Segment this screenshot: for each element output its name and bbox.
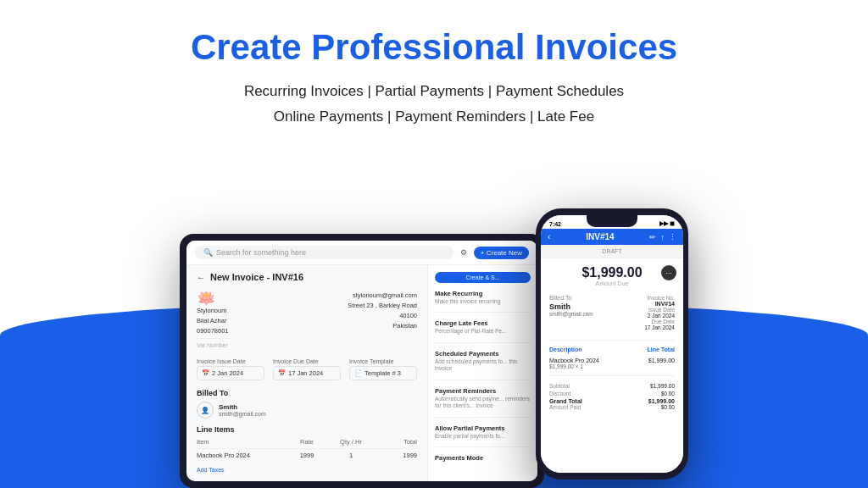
- more-button[interactable]: ···: [661, 265, 676, 280]
- late-fees-desc: Percentage or Flat-Rate Fe...: [435, 328, 531, 335]
- company-info-right: stylorioum@gmail.com Street 23 , Barkley…: [348, 291, 417, 350]
- add-taxes-link[interactable]: Add Taxes: [197, 467, 417, 473]
- back-arrow-icon[interactable]: ←: [197, 273, 205, 282]
- billed-to-row: Billed To Smith smith@gmail.com Invoice …: [549, 295, 675, 330]
- line-item-rate: 1999: [285, 452, 329, 459]
- amount-paid-value: $0.00: [661, 404, 675, 410]
- phone-client-email: smith@gmail.com: [549, 311, 593, 317]
- search-placeholder: Search for something here: [216, 248, 306, 257]
- scheduled-title: Scheduled Payments: [435, 350, 531, 358]
- line-item-total: 1999: [373, 452, 417, 459]
- inv-no-label: Invoice No.: [644, 295, 675, 301]
- inv-no-value: INV#14: [644, 301, 675, 307]
- tablet-content: ← New Invoice - INV#16 🪷 Stylorioum Bila…: [186, 265, 537, 481]
- recurring-title: Make Recurring: [435, 290, 531, 297]
- calendar-icon: 📅: [202, 369, 209, 377]
- col-qty: Qty / Hr: [329, 438, 373, 446]
- reminders-desc: Automatically send payme... reminders fo…: [435, 396, 531, 410]
- hero-subtitle-2: Online Payments | Payment Reminders | La…: [17, 108, 851, 125]
- tablet-mockup: 🔍 Search for something here ⚙ + Create N…: [180, 234, 544, 488]
- subtotal-value: $1,999.00: [650, 383, 675, 389]
- phone-item-name: Macbook Pro 2024 $1,999.00 × 1: [549, 358, 599, 369]
- company-logo: 🪷: [197, 291, 229, 306]
- hero-section: Create Professional Invoices Recurring I…: [0, 0, 868, 125]
- scheduled-desc: Add scheduled payments fo... this invoic…: [435, 358, 531, 373]
- desc-col-label: Description: [549, 347, 582, 352]
- more-icon[interactable]: ⋮: [669, 233, 676, 241]
- client-email: smith@gmail.com: [219, 411, 266, 417]
- issue-date-label-phone: Issue Date: [644, 307, 675, 313]
- discount-value: $0.00: [661, 391, 675, 396]
- billed-to-label: Billed To: [197, 389, 417, 397]
- gear-icon[interactable]: ⚙: [460, 248, 467, 257]
- amount-due-label: Amount Due: [541, 280, 683, 286]
- phone-inv-number: INV#14: [586, 232, 614, 241]
- search-bar[interactable]: 🔍 Search for something here: [195, 246, 453, 259]
- col-rate: Rate: [285, 438, 329, 446]
- col-total: Total: [373, 438, 417, 446]
- issue-date-phone: 2 Jan 2024: [644, 313, 675, 319]
- discount-label: Discount: [549, 391, 570, 396]
- share-icon[interactable]: ↑: [660, 233, 665, 241]
- side-panel-recurring: Make Recurring Make this invoice recurri…: [435, 290, 531, 313]
- partial-title: Allow Partial Payments: [435, 424, 531, 432]
- phone-client-name: Smith: [549, 302, 593, 311]
- line-item-row: Macbook Pro 2024 1999 1 1999: [197, 449, 417, 462]
- issue-date-label: Invoice Issue Date: [197, 358, 264, 364]
- issue-date-value[interactable]: 📅 2 Jan 2024: [197, 366, 264, 380]
- issue-date-field: Invoice Issue Date 📅 2 Jan 2024: [197, 358, 264, 380]
- create-new-button[interactable]: + Create New: [474, 247, 529, 259]
- line-total-col-label: Line Total: [647, 347, 675, 352]
- subtotal-row: Subtotal $1,999.00: [549, 383, 675, 389]
- phone-mockup: 7:42 ▶▶ ◼ ‹ INV#14 ✏ ↑ ⋮ DRAFT $1,999.00: [536, 208, 688, 480]
- side-panel-payments-mode: Payments Mode: [435, 454, 531, 469]
- amount-paid-row: Amount Paid $0.00: [549, 404, 675, 410]
- phone-divider-2: [549, 375, 675, 376]
- company-name: Stylorioum Bilal Azhar 090078601 Vat Num…: [197, 306, 229, 350]
- payments-mode-title: Payments Mode: [435, 454, 531, 462]
- create-save-button[interactable]: Create & S...: [435, 272, 531, 283]
- line-item-name: Macbook Pro 2024: [197, 452, 285, 459]
- client-name: Smith: [219, 403, 266, 411]
- template-icon: 📄: [354, 369, 362, 377]
- line-items-header: Item Rate Qty / Hr Total: [197, 438, 417, 449]
- client-info: Smith smith@gmail.com: [219, 403, 266, 417]
- search-icon: 🔍: [203, 248, 213, 257]
- discount-row: Discount $0.00: [549, 391, 675, 396]
- grand-total-label: Grand Total: [549, 398, 582, 404]
- billed-to-section: Billed To 👤 Smith smith@gmail.com: [197, 389, 417, 419]
- phone-item-row: Macbook Pro 2024 $1,999.00 × 1 $1,999.00: [541, 355, 683, 372]
- side-panel: Create & S... Make Recurring Make this i…: [427, 265, 537, 481]
- template-label: Invoice Template: [349, 358, 417, 364]
- draft-badge: DRAFT: [541, 245, 683, 258]
- grand-total-row: Grand Total $1,999.00: [549, 398, 675, 404]
- phone-screen: 7:42 ▶▶ ◼ ‹ INV#14 ✏ ↑ ⋮ DRAFT $1,999.00: [541, 215, 683, 473]
- billed-to-label: Billed To Smith smith@gmail.com: [549, 295, 593, 330]
- date-row: Invoice Issue Date 📅 2 Jan 2024 Invoice …: [197, 358, 417, 380]
- grand-total-value: $1,999.00: [648, 398, 675, 404]
- hero-title: Create Professional Invoices: [17, 27, 851, 68]
- company-info-left: 🪷 Stylorioum Bilal Azhar 090078601 Vat N…: [197, 291, 229, 350]
- phone-status-icons: ▶▶ ◼: [659, 220, 675, 227]
- reminders-title: Payment Reminders: [435, 387, 531, 395]
- due-date-label: Invoice Due Date: [273, 358, 341, 364]
- template-field: Invoice Template 📄 Template # 3: [349, 358, 417, 380]
- phone-header: ‹ INV#14 ✏ ↑ ⋮: [541, 229, 683, 245]
- tablet-screen: 🔍 Search for something here ⚙ + Create N…: [186, 241, 537, 481]
- devices-container: 🔍 Search for something here ⚙ + Create N…: [180, 208, 688, 488]
- invoice-from-section: 🪷 Stylorioum Bilal Azhar 090078601 Vat N…: [197, 291, 417, 350]
- amount-paid-label: Amount Paid: [549, 404, 581, 410]
- side-panel-scheduled: Scheduled Payments Add scheduled payment…: [435, 350, 531, 380]
- phone-item-line-total: $1,999.00: [648, 358, 675, 369]
- amount-section: $1,999.00 Amount Due ···: [541, 258, 683, 291]
- due-date-phone: 17 Jan 2024: [644, 324, 675, 330]
- template-value[interactable]: 📄 Template # 3: [349, 366, 417, 380]
- subtotal-label: Subtotal: [549, 383, 570, 389]
- col-item: Item: [197, 438, 285, 446]
- phone-back-icon[interactable]: ‹: [548, 232, 550, 241]
- partial-desc: Enable partial payments fo...: [435, 433, 531, 440]
- recurring-desc: Make this invoice recurring: [435, 298, 531, 305]
- due-date-value[interactable]: 📅 17 Jan 2024: [273, 366, 341, 380]
- edit-icon[interactable]: ✏: [649, 233, 656, 241]
- side-panel-partial: Allow Partial Payments Enable partial pa…: [435, 424, 531, 447]
